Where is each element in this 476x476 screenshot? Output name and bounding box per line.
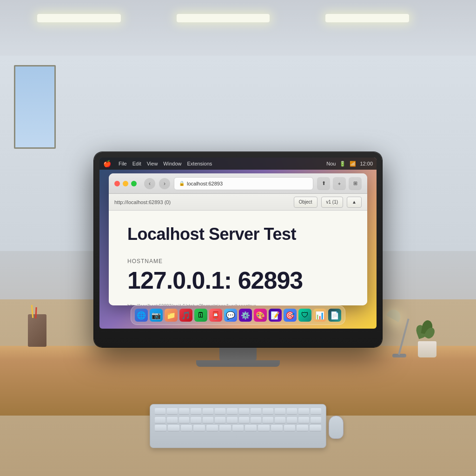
desk-lamp xyxy=(392,354,406,357)
dock-item-13[interactable]: 📊 xyxy=(313,309,326,322)
key[interactable] xyxy=(191,417,201,423)
key[interactable] xyxy=(297,425,308,431)
key[interactable] xyxy=(311,408,321,415)
mouse[interactable] xyxy=(329,416,344,439)
key[interactable] xyxy=(271,425,283,431)
key[interactable] xyxy=(168,425,179,431)
key[interactable] xyxy=(287,408,298,415)
key[interactable] xyxy=(219,425,231,431)
menubar-right: Nou 🔋 📶 12:00 xyxy=(326,161,373,167)
dock-item-4[interactable]: 🎵 xyxy=(179,309,192,322)
ceiling xyxy=(0,0,476,56)
key[interactable] xyxy=(263,417,273,423)
subtoolbar-v1-btn[interactable]: v1 (1) xyxy=(321,197,344,208)
imac-stand-neck xyxy=(219,347,257,360)
key[interactable] xyxy=(263,408,273,415)
keyboard-row-3 xyxy=(150,425,326,433)
key[interactable] xyxy=(258,425,270,431)
minimize-button[interactable] xyxy=(123,181,128,186)
subtoolbar-arrow-btn[interactable]: ▲ xyxy=(347,197,362,208)
menubar-battery-icon: 🔋 xyxy=(339,161,346,167)
menubar-file[interactable]: File xyxy=(119,161,127,166)
key[interactable] xyxy=(193,425,205,431)
key[interactable] xyxy=(215,408,225,415)
key[interactable] xyxy=(167,408,178,415)
dock-item-12[interactable]: 🛡 xyxy=(298,309,311,322)
keyboard[interactable] xyxy=(150,404,326,448)
forward-button[interactable]: › xyxy=(159,178,170,189)
browser-subtoolbar: http://localhost:62893 (0) Object v1 (1)… xyxy=(109,194,367,211)
close-button[interactable] xyxy=(114,181,120,186)
menubar-window[interactable]: Window xyxy=(163,161,181,166)
key[interactable] xyxy=(287,417,298,423)
browser-toolbar: ‹ › 🔒 localhost:62893 ⬆ + ⊞ xyxy=(109,173,367,194)
maximize-button[interactable] xyxy=(131,181,137,186)
bookmark-button[interactable]: + xyxy=(333,177,346,190)
dock-item-2[interactable]: 📷 xyxy=(150,309,163,322)
traffic-lights xyxy=(114,181,137,186)
browser-content: Localhost Server Test Hostname 127.0.0.1… xyxy=(109,211,367,305)
key[interactable] xyxy=(191,408,201,415)
key[interactable] xyxy=(239,408,250,415)
key[interactable] xyxy=(298,417,309,423)
dock-item-1[interactable]: 🌐 xyxy=(135,309,148,322)
key[interactable] xyxy=(275,408,285,415)
menubar-wifi-icon: 📶 xyxy=(350,161,356,167)
plant-pot xyxy=(418,341,436,357)
server-label: Hostname xyxy=(127,258,349,264)
key[interactable] xyxy=(215,417,225,423)
subtoolbar-object-btn[interactable]: Object xyxy=(294,197,317,208)
key[interactable] xyxy=(311,417,321,423)
key[interactable] xyxy=(179,408,190,415)
key[interactable] xyxy=(155,417,165,423)
dock-item-8[interactable]: ⚙️ xyxy=(239,309,252,322)
pencil-cup xyxy=(28,314,46,347)
key[interactable] xyxy=(284,425,296,431)
menubar-nou: Nou xyxy=(326,161,336,166)
key[interactable] xyxy=(227,408,238,415)
key[interactable] xyxy=(310,425,321,431)
menubar-extensions[interactable]: Extensions xyxy=(187,161,212,166)
key[interactable] xyxy=(155,408,165,415)
dock-item-9[interactable]: 🎨 xyxy=(254,309,267,322)
dock-item-5[interactable]: 🗓 xyxy=(194,309,207,322)
key[interactable] xyxy=(298,408,309,415)
plant-leaves xyxy=(416,318,439,344)
key[interactable] xyxy=(227,417,238,423)
dock-item-10[interactable]: 📝 xyxy=(269,309,282,322)
back-button[interactable]: ‹ xyxy=(144,178,155,189)
imac-stand-base xyxy=(196,360,280,367)
key[interactable] xyxy=(239,417,250,423)
key[interactable] xyxy=(251,417,261,423)
key[interactable] xyxy=(232,425,244,431)
extensions-button[interactable]: ⊞ xyxy=(349,177,362,190)
share-button[interactable]: ⬆ xyxy=(317,177,330,190)
key[interactable] xyxy=(206,425,218,431)
key[interactable] xyxy=(245,425,257,431)
ceiling-light-3 xyxy=(325,14,409,22)
page-title: Localhost Server Test xyxy=(127,225,349,244)
key[interactable] xyxy=(155,425,166,431)
menubar-edit[interactable]: Edit xyxy=(132,161,141,166)
subtoolbar-right: Object v1 (1) ▲ xyxy=(294,197,362,208)
key[interactable] xyxy=(181,425,192,431)
dock-item-14[interactable]: 📄 xyxy=(328,309,341,322)
dock-item-6[interactable]: 📮 xyxy=(209,309,222,322)
apple-menu[interactable]: 🍎 xyxy=(103,160,111,167)
key[interactable] xyxy=(167,417,178,423)
imac: 🍎 File Edit View Window Extensions Nou 🔋… xyxy=(94,152,382,367)
menubar-view[interactable]: View xyxy=(147,161,158,166)
key[interactable] xyxy=(203,417,213,423)
url-text: localhost:62893 xyxy=(187,181,223,186)
ceiling-light-2 xyxy=(177,14,270,22)
url-bar[interactable]: 🔒 localhost:62893 xyxy=(174,177,313,190)
key[interactable] xyxy=(275,417,285,423)
dock-item-11[interactable]: 🎯 xyxy=(284,309,297,322)
key[interactable] xyxy=(203,408,213,415)
key[interactable] xyxy=(179,417,190,423)
key[interactable] xyxy=(251,408,261,415)
desk-plant xyxy=(416,320,439,357)
room-background: 🍎 File Edit View Window Extensions Nou 🔋… xyxy=(0,0,476,476)
dock-item-7[interactable]: 💬 xyxy=(224,309,237,322)
dock-item-3[interactable]: 📁 xyxy=(165,309,178,322)
